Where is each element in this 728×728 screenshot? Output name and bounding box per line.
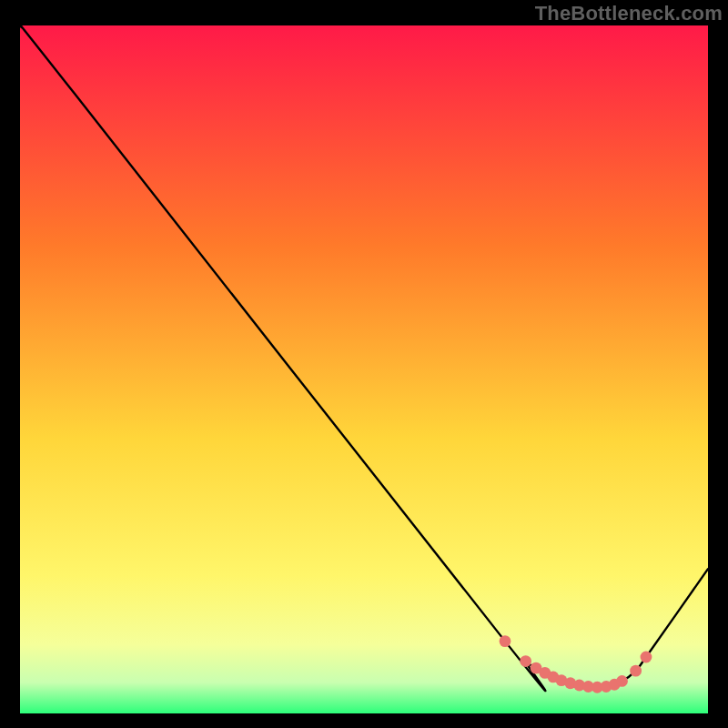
gradient-background — [20, 25, 708, 713]
marker-point — [641, 652, 652, 663]
chart-svg — [20, 25, 708, 713]
marker-point — [500, 635, 511, 647]
marker-point — [630, 665, 642, 677]
marker-point — [520, 655, 531, 667]
marker-point — [616, 675, 628, 687]
chart-plot — [20, 25, 708, 713]
watermark-label: TheBottleneck.com — [535, 2, 723, 25]
chart-stage: TheBottleneck.com — [0, 0, 728, 728]
